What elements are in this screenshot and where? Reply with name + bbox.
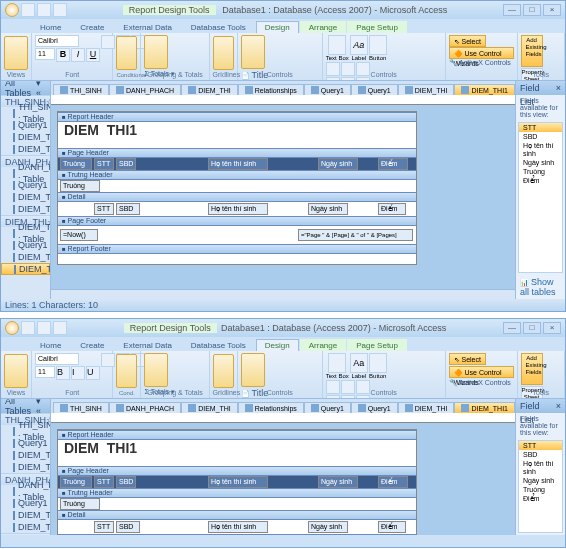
conditional-button[interactable] [116, 354, 137, 388]
nav-item[interactable]: DIEM_THI [1, 251, 50, 263]
maximize-button[interactable]: □ [523, 4, 541, 16]
select-button[interactable]: ⇖ Select [449, 353, 486, 365]
nav-item-selected[interactable]: DIEM_THI1 [1, 263, 50, 275]
group-sort-button[interactable] [144, 35, 168, 69]
tab-arrange[interactable]: Arrange [300, 339, 346, 351]
section-page-footer[interactable]: Page Footer [58, 216, 416, 226]
section-page-header[interactable]: Page Header [58, 466, 416, 476]
tab-home[interactable]: Home [31, 339, 70, 351]
nav-item[interactable]: Query1 [1, 497, 50, 509]
qat-save-icon[interactable] [21, 3, 35, 17]
col-header[interactable]: STT [94, 476, 114, 488]
gridlines-button[interactable] [213, 354, 234, 388]
nav-item[interactable]: DIEM_THI [1, 509, 50, 521]
label-button[interactable]: Aa [350, 353, 368, 373]
tab-design[interactable]: Design [256, 339, 299, 351]
tab-arrange[interactable]: Arrange [300, 21, 346, 33]
use-control-wizards[interactable]: 🔶 Use Control Wizards [449, 47, 514, 59]
bold-button[interactable]: B [56, 48, 70, 62]
document-tab[interactable]: Relationships [238, 84, 304, 95]
col-header[interactable]: Họ tên thí sinh [208, 158, 268, 170]
field-list-title[interactable]: Field List× [516, 81, 565, 95]
nav-item[interactable]: Query1 [1, 179, 50, 191]
close-button[interactable]: × [543, 322, 561, 334]
maximize-button[interactable]: □ [523, 322, 541, 334]
now-textbox[interactable]: =Now() [60, 229, 98, 241]
document-tab[interactable]: DIEM_THI [398, 84, 455, 95]
section-group-header[interactable]: Trutng Header [58, 488, 416, 498]
tab-home[interactable]: Home [31, 21, 70, 33]
field-item[interactable]: Ngày sinh [519, 158, 562, 167]
nav-item[interactable]: DIEM_THI [1, 191, 50, 203]
group-textbox[interactable]: Truòng [60, 180, 100, 192]
nav-item[interactable]: Query1 [1, 437, 50, 449]
page-textbox[interactable]: ="Page " & [Page] & " of " & [Pages] [298, 229, 413, 241]
col-header[interactable]: Truòng [60, 476, 92, 488]
field-item[interactable]: SBD [519, 450, 562, 459]
group-sort-button[interactable] [144, 353, 168, 387]
section-report-header[interactable]: Report Header [58, 430, 416, 440]
button-control[interactable] [369, 353, 387, 373]
section-report-footer[interactable]: Report Footer [58, 244, 416, 254]
section-detail[interactable]: Detail [58, 192, 416, 202]
nav-item[interactable]: DIEM_THI1 [1, 521, 50, 533]
nav-item[interactable]: THI_SINH : Table [1, 425, 50, 437]
horizontal-ruler[interactable] [51, 413, 515, 423]
col-header[interactable]: SBD [116, 476, 136, 488]
field-item[interactable]: Truòng [519, 167, 562, 176]
detail-textbox[interactable]: SBD [116, 521, 140, 533]
nav-item[interactable]: DANH_PHACH : Table [1, 485, 50, 497]
detail-textbox[interactable]: SBD [116, 203, 140, 215]
document-tab[interactable]: THI_SINH [53, 84, 109, 95]
tab-page-setup[interactable]: Page Setup [347, 21, 407, 33]
tab-external-data[interactable]: External Data [114, 339, 180, 351]
field-item[interactable]: Truòng [519, 485, 562, 494]
nav-group[interactable]: DIEM_THI☆ [1, 533, 50, 535]
detail-textbox[interactable]: STT [94, 521, 114, 533]
activex-button[interactable]: 🔧 ActiveX Controls [449, 59, 511, 69]
office-button[interactable] [5, 321, 19, 335]
section-page-footer[interactable]: Page Footer [58, 534, 416, 535]
nav-item[interactable]: THI_SINH : Table [1, 107, 50, 119]
italic-button[interactable]: I [71, 366, 85, 380]
document-tab[interactable]: THI_SINH [53, 402, 109, 413]
detail-textbox[interactable]: STT [94, 203, 114, 215]
horizontal-ruler[interactable] [51, 95, 515, 105]
report-title-label[interactable]: DIEM_THI1 [62, 125, 139, 135]
font-name-combo[interactable]: Calibri [35, 353, 79, 365]
underline-button[interactable]: U [86, 48, 100, 62]
nav-header[interactable]: All Tables▾ « [1, 399, 50, 413]
col-header[interactable]: Điểm [378, 158, 408, 170]
detail-textbox[interactable]: Họ tên thí sinh [208, 203, 268, 215]
section-detail[interactable]: Detail [58, 510, 416, 520]
tab-page-setup[interactable]: Page Setup [347, 339, 407, 351]
field-item[interactable]: Ngày sinh [519, 476, 562, 485]
document-tab[interactable]: DIEM_THI [181, 402, 238, 413]
field-item[interactable]: Điểm [519, 176, 562, 186]
col-header[interactable]: SBD [116, 158, 136, 170]
col-header[interactable]: Điểm [378, 476, 408, 488]
report-design-surface[interactable]: Report Header DIEM_THI1 Page Header Truò… [51, 105, 515, 289]
field-item[interactable]: STT [519, 123, 562, 132]
titlebar[interactable]: Report Design Tools Database1 : Database… [1, 1, 565, 19]
document-tab[interactable]: Query1 [351, 84, 398, 95]
field-list-title[interactable]: Field List× [516, 399, 565, 413]
detail-textbox[interactable]: Ngày sinh [308, 521, 348, 533]
bold-button[interactable]: B [56, 366, 70, 380]
detail-textbox[interactable]: Điểm [378, 203, 406, 215]
nav-item[interactable]: Query1 [1, 239, 50, 251]
font-size-combo[interactable]: 11 [35, 366, 55, 378]
textbox-button[interactable] [328, 353, 346, 373]
col-header[interactable]: Truòng [60, 158, 92, 170]
section-group-header[interactable]: Trutng Header [58, 170, 416, 180]
minimize-button[interactable]: — [503, 4, 521, 16]
conditional-button[interactable] [116, 36, 137, 70]
col-header[interactable]: STT [94, 158, 114, 170]
document-tab[interactable]: DIEM_THI [398, 402, 455, 413]
view-button[interactable] [4, 36, 28, 70]
tab-database-tools[interactable]: Database Tools [182, 21, 255, 33]
show-all-tables-link[interactable]: 📊 Show all tables [516, 275, 565, 299]
office-button[interactable] [5, 3, 19, 17]
titlebar[interactable]: Report Design Tools Database1 : Database… [1, 319, 565, 337]
tab-create[interactable]: Create [71, 339, 113, 351]
